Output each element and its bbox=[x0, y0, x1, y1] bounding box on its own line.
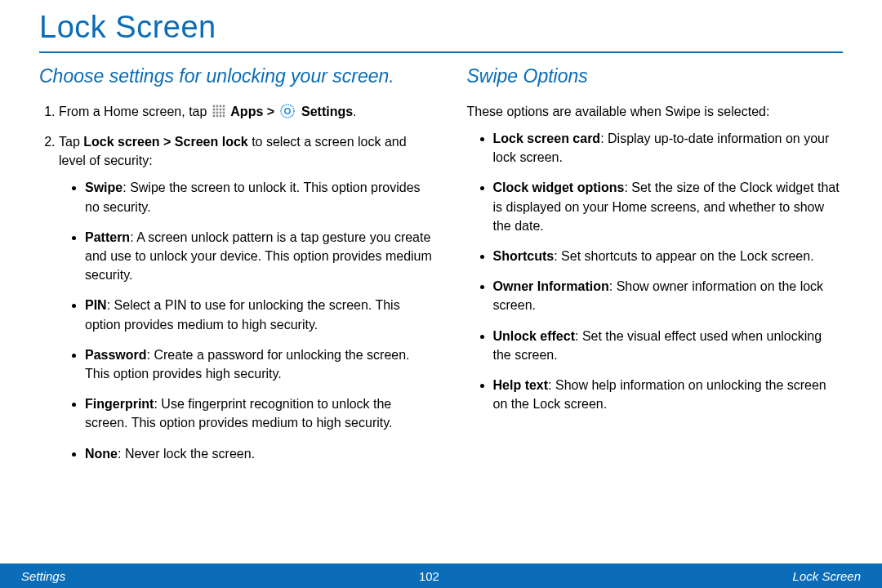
opt-none-label: None bbox=[85, 447, 118, 461]
opt-password: Password: Create a password for unlockin… bbox=[85, 345, 434, 383]
opt-none: None: Never lock the screen. bbox=[85, 444, 434, 463]
step-1-post: . bbox=[353, 105, 356, 118]
right-subhead: Swipe Options bbox=[467, 65, 843, 89]
opt-help-text: Help text: Show help information on unlo… bbox=[493, 376, 843, 413]
step-2: Tap Lock screen > Screen lock to select … bbox=[59, 132, 434, 463]
footer-left: Settings bbox=[21, 569, 65, 583]
opt-fingerprint-label: Fingerprint bbox=[85, 397, 154, 411]
svg-point-0 bbox=[212, 105, 215, 107]
svg-point-13 bbox=[216, 114, 218, 117]
svg-point-3 bbox=[222, 105, 225, 107]
swipe-intro: These options are available when Swipe i… bbox=[467, 102, 843, 121]
svg-point-11 bbox=[222, 111, 225, 114]
step-2-path: Lock screen > Screen lock bbox=[83, 135, 247, 149]
step-1-apps: Apps > bbox=[230, 105, 278, 118]
opt-password-label: Password bbox=[85, 348, 147, 362]
svg-point-6 bbox=[219, 108, 221, 110]
opt-swipe-text: : Swipe the screen to unlock it. This op… bbox=[85, 180, 421, 213]
page-footer: Settings 102 Lock Screen bbox=[0, 564, 882, 588]
opt-pattern-label: Pattern bbox=[85, 230, 130, 244]
svg-point-8 bbox=[212, 111, 215, 114]
opt-fingerprint: Fingerprint: Use fingerprint recognition… bbox=[85, 394, 434, 432]
opt-owner-info: Owner Information: Show owner informatio… bbox=[493, 277, 843, 314]
opt-clock-widget-label: Clock widget options bbox=[493, 180, 625, 194]
opt-swipe: Swipe: Swipe the screen to unlock it. Th… bbox=[85, 178, 434, 216]
settings-gear-icon bbox=[280, 104, 295, 118]
title-divider bbox=[39, 51, 843, 53]
left-subhead: Choose settings for unlocking your scree… bbox=[39, 65, 434, 89]
svg-point-2 bbox=[219, 105, 221, 107]
opt-pattern: Pattern: A screen unlock pattern is a ta… bbox=[85, 228, 434, 285]
opt-shortcuts: Shortcuts: Set shortcuts to appear on th… bbox=[493, 247, 843, 265]
opt-pattern-text: : A screen unlock pattern is a tap gestu… bbox=[85, 230, 432, 282]
opt-swipe-label: Swipe bbox=[85, 180, 122, 194]
opt-unlock-effect: Unlock effect: Set the visual effect use… bbox=[493, 327, 843, 364]
footer-right: Lock Screen bbox=[793, 569, 861, 583]
opt-lock-card-label: Lock screen card bbox=[493, 131, 601, 145]
step-1-settings: Settings bbox=[301, 105, 353, 118]
svg-point-10 bbox=[219, 111, 221, 114]
opt-pin-label: PIN bbox=[85, 298, 107, 312]
svg-point-17 bbox=[284, 109, 289, 114]
apps-grid-icon bbox=[212, 104, 225, 117]
svg-point-7 bbox=[222, 108, 225, 110]
svg-point-15 bbox=[222, 114, 225, 117]
svg-point-1 bbox=[216, 105, 218, 107]
opt-unlock-effect-label: Unlock effect bbox=[493, 329, 575, 343]
opt-clock-widget: Clock widget options: Set the size of th… bbox=[493, 178, 843, 235]
step-1-pre: From a Home screen, tap bbox=[59, 105, 211, 118]
opt-shortcuts-label: Shortcuts bbox=[493, 249, 555, 263]
opt-none-text: : Never lock the screen. bbox=[118, 447, 255, 461]
svg-point-12 bbox=[212, 114, 215, 117]
opt-pin-text: : Select a PIN to use for unlocking the … bbox=[85, 298, 400, 331]
opt-lock-card: Lock screen card: Display up-to-date inf… bbox=[493, 129, 843, 167]
opt-help-text-label: Help text bbox=[493, 378, 549, 392]
opt-pin: PIN: Select a PIN to use for unlocking t… bbox=[85, 296, 434, 333]
svg-point-16 bbox=[281, 105, 294, 118]
svg-point-5 bbox=[216, 108, 218, 110]
opt-owner-info-label: Owner Information bbox=[493, 279, 609, 293]
svg-point-9 bbox=[216, 111, 218, 114]
page-title: Lock Screen bbox=[39, 10, 843, 45]
step-2-pre: Tap bbox=[59, 135, 83, 149]
opt-shortcuts-text: : Set shortcuts to appear on the Lock sc… bbox=[554, 249, 813, 263]
step-1: From a Home screen, tap Apps > bbox=[59, 102, 434, 121]
svg-point-14 bbox=[219, 114, 221, 117]
svg-point-4 bbox=[212, 108, 215, 110]
footer-page-number: 102 bbox=[419, 569, 439, 583]
